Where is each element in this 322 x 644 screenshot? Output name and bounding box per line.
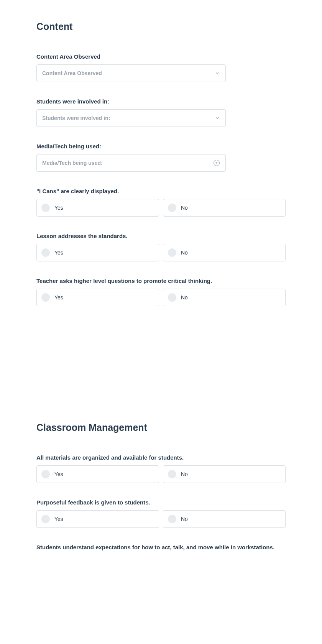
radio-label: No [181,516,188,522]
radio-materials-no[interactable]: No [163,465,286,483]
dropdown-students-involved[interactable]: Students were involved in: [36,109,226,127]
chevron-down-icon [215,115,220,121]
radio-higher-questions-yes[interactable]: Yes [36,289,159,306]
radio-feedback-yes[interactable]: Yes [36,510,159,528]
label-higher-questions: Teacher asks higher level questions to p… [36,278,286,284]
radio-lesson-standards-yes[interactable]: Yes [36,244,159,261]
radio-circle [41,293,50,302]
radio-higher-questions-no[interactable]: No [163,289,286,306]
dropdown-placeholder: Content Area Observed [42,70,102,76]
radio-circle [168,248,176,257]
radio-label: Yes [54,471,63,477]
radio-label: Yes [54,294,63,301]
field-i-cans: "I Cans" are clearly displayed. Yes No [36,188,286,217]
radio-circle [168,204,176,212]
dropdown-media-tech[interactable]: Media/Tech being used: [36,154,226,172]
dropdown-content-area[interactable]: Content Area Observed [36,64,226,82]
plus-circle-icon [213,159,220,166]
section-title-content: Content [36,21,286,32]
field-lesson-standards: Lesson addresses the standards. Yes No [36,233,286,261]
field-purposeful-feedback: Purposeful feedback is given to students… [36,499,286,528]
radio-circle [41,248,50,257]
radio-label: No [181,205,188,211]
radio-materials-yes[interactable]: Yes [36,465,159,483]
label-content-area: Content Area Observed [36,53,286,60]
radio-label: Yes [54,250,63,256]
label-students-involved: Students were involved in: [36,98,286,105]
label-lesson-standards: Lesson addresses the standards. [36,233,286,239]
radio-circle [168,515,176,523]
field-content-area: Content Area Observed Content Area Obser… [36,53,286,82]
label-i-cans: "I Cans" are clearly displayed. [36,188,286,194]
radio-label: No [181,250,188,256]
field-students-involved: Students were involved in: Students were… [36,98,286,127]
radio-label: No [181,294,188,301]
radio-i-cans-no[interactable]: No [163,199,286,217]
dropdown-placeholder: Media/Tech being used: [42,160,103,166]
radio-label: No [181,471,188,477]
radio-label: Yes [54,205,63,211]
chevron-down-icon [215,71,220,76]
radio-circle [41,204,50,212]
field-materials-organized: All materials are organized and availabl… [36,454,286,483]
radio-lesson-standards-no[interactable]: No [163,244,286,261]
label-media-tech: Media/Tech being used: [36,143,286,150]
radio-i-cans-yes[interactable]: Yes [36,199,159,217]
label-purposeful-feedback: Purposeful feedback is given to students… [36,499,286,506]
radio-feedback-no[interactable]: No [163,510,286,528]
field-higher-questions: Teacher asks higher level questions to p… [36,278,286,306]
radio-circle [41,470,50,478]
radio-circle [41,515,50,523]
field-expectations: Students understand expectations for how… [36,544,286,550]
field-media-tech: Media/Tech being used: Media/Tech being … [36,143,286,172]
radio-label: Yes [54,516,63,522]
section-title-classroom: Classroom Management [36,422,286,433]
radio-circle [168,470,176,478]
label-materials-organized: All materials are organized and availabl… [36,454,286,461]
radio-circle [168,293,176,302]
label-expectations: Students understand expectations for how… [36,544,286,550]
dropdown-placeholder: Students were involved in: [42,115,110,121]
